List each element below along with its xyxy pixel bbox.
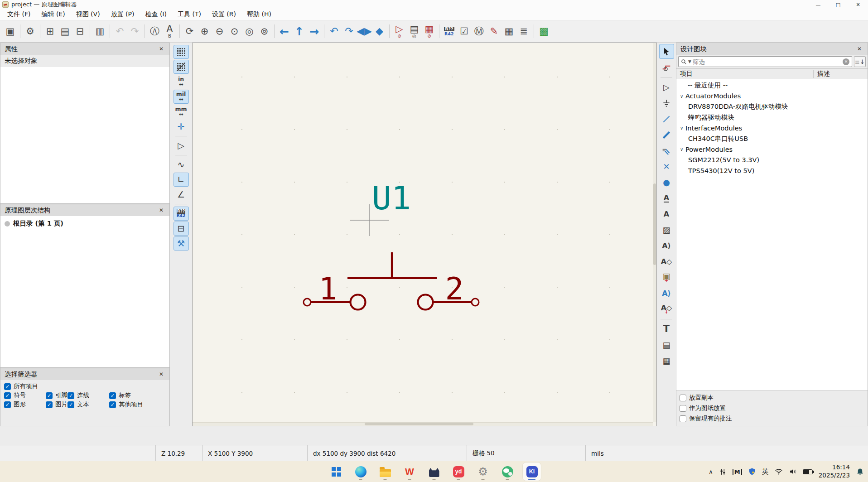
simulator-icon[interactable]: Ⓜ	[472, 24, 487, 39]
menu-item[interactable]: 文件 (F)	[2, 9, 36, 20]
option-checkbox[interactable]: 作为图纸放置	[680, 404, 864, 413]
hierarchy-navigator-icon[interactable]: ⊟	[174, 222, 189, 236]
menu-item[interactable]: 设置 (R)	[207, 9, 241, 20]
tools-panel-icon[interactable]: ⚒	[174, 236, 189, 251]
close-icon[interactable]: ✕	[855, 46, 863, 52]
wifi-icon[interactable]	[775, 468, 783, 475]
nav-up-icon[interactable]: ↑	[292, 24, 307, 39]
filter-checkbox[interactable]: ✓ 文本	[68, 400, 109, 409]
add-text-icon[interactable]: T	[659, 322, 674, 337]
hierarchy-root-item[interactable]: 根目录 (第 1 页)	[0, 216, 169, 231]
undo-icon[interactable]: ↶	[112, 24, 127, 39]
add-bus-entry-icon[interactable]	[659, 143, 674, 158]
hv-wires-icon[interactable]: ∟	[174, 173, 189, 187]
taskbar-wechat-icon[interactable]	[498, 463, 516, 481]
design-block-item[interactable]: DRV8870DDA-双路电机驱动模块	[676, 101, 868, 112]
chevron-down-icon[interactable]: ∨	[676, 147, 685, 152]
mirror-h-icon[interactable]: ◀▶	[357, 24, 372, 39]
filter-input[interactable]	[693, 58, 841, 65]
bom-icon[interactable]: ≣	[516, 24, 531, 39]
refresh-icon[interactable]: ⟳	[182, 24, 197, 39]
taskbar-kicad-icon[interactable]: Ki	[523, 463, 541, 481]
free-angle-wires-icon[interactable]: ∿	[174, 158, 189, 172]
column-header-desc[interactable]: 描述	[813, 70, 868, 78]
add-table-icon[interactable]: ▦	[659, 353, 674, 368]
design-block-item[interactable]: -- 最近使用 --	[676, 80, 868, 91]
mixer-icon[interactable]	[719, 468, 727, 476]
design-block-item[interactable]: SGM2212(5V to 3.3V)	[676, 155, 868, 166]
show-hidden-pins-icon[interactable]: ▷	[174, 139, 189, 153]
filter-searchbox[interactable]: ▼ ✕	[678, 56, 852, 67]
zoom-fit-icon[interactable]: ⊙	[227, 24, 242, 39]
sync-sheet-pins-icon[interactable]: A◇↓	[659, 302, 674, 317]
input-method-indicator[interactable]: 英	[762, 468, 769, 476]
design-block-item[interactable]: ∨ ActuatorModules	[676, 91, 868, 102]
design-block-item[interactable]: TPS5430(12V to 5V)	[676, 165, 868, 176]
add-net-label-icon[interactable]: A	[659, 191, 674, 206]
find-replace-icon[interactable]: A B	[162, 24, 177, 39]
design-block-item[interactable]: 蜂鸣器驱动模块	[676, 112, 868, 123]
menu-item[interactable]: 视图 (V)	[71, 9, 106, 20]
mirror-v-icon[interactable]: ◆	[372, 24, 387, 39]
menu-item[interactable]: 编辑 (E)	[36, 9, 70, 20]
crosshair-cursor-icon[interactable]: ✛	[174, 120, 189, 134]
close-icon[interactable]: ✕	[157, 371, 165, 377]
vertical-scrollbar[interactable]	[653, 43, 656, 422]
print-icon[interactable]: ▤	[58, 24, 72, 39]
zoom-out-icon[interactable]: ⊖	[212, 24, 227, 39]
design-block-item[interactable]: ∨ InterfaceModules	[676, 123, 868, 134]
close-button[interactable]: ✕	[848, 0, 868, 9]
column-header-item[interactable]: 项目	[676, 70, 813, 78]
add-rule-area-icon[interactable]: ▨	[659, 222, 674, 237]
filter-checkbox[interactable]: ✓ 所有项目	[4, 382, 166, 391]
filter-checkbox[interactable]: ✓ 其他项目	[109, 400, 143, 409]
zoom-in-icon[interactable]: ⊕	[197, 24, 212, 39]
annotate-icon[interactable]: R?? R42	[442, 24, 457, 39]
taskbar-youdao-icon[interactable]: yd	[449, 463, 468, 481]
option-checkbox[interactable]: 保留现有的批注	[680, 414, 864, 423]
pcb-editor-icon[interactable]: ▩	[536, 24, 551, 39]
filter-checkbox[interactable]: ✓ 图片	[46, 400, 68, 409]
security-shield-icon[interactable]	[748, 468, 756, 476]
close-icon[interactable]: ✕	[157, 207, 165, 213]
nav-forward-icon[interactable]: →	[307, 24, 322, 39]
tray-clock[interactable]: 16:14 2025/2/23	[819, 463, 850, 479]
filter-checkbox[interactable]: ✓ 引脚	[46, 391, 68, 400]
taskbar-wps-icon[interactable]: W	[400, 463, 419, 481]
scrollbar-thumb[interactable]	[653, 183, 656, 265]
import-sheet-pin-icon[interactable]: A⟩	[659, 286, 674, 301]
add-wire-icon[interactable]	[659, 111, 674, 126]
grid-visibility-icon[interactable]	[174, 45, 189, 59]
select-tool-icon[interactable]	[659, 44, 674, 59]
symbol-editor-icon[interactable]: ▷ ⊘	[392, 24, 407, 39]
add-junction-icon[interactable]: ●	[659, 175, 674, 190]
filter-checkbox[interactable]: ✓ 连线	[68, 391, 109, 400]
add-textbox-icon[interactable]: ▤	[659, 337, 674, 352]
tray-m-app-icon[interactable]: M	[733, 469, 742, 475]
menu-item[interactable]: 工具 (T)	[172, 9, 207, 20]
minimize-button[interactable]: —	[808, 0, 828, 9]
reference-designator[interactable]: U1	[372, 179, 411, 217]
add-power-icon[interactable]	[659, 96, 674, 111]
chevron-down-icon[interactable]: ∨	[676, 125, 685, 130]
add-no-connect-icon[interactable]: ✕	[659, 159, 674, 174]
design-block-item[interactable]: ∨ PowerModules	[676, 144, 868, 155]
close-icon[interactable]: ✕	[157, 46, 165, 52]
start-button[interactable]	[327, 463, 345, 481]
net-highlight-icon[interactable]: ✎	[487, 24, 502, 39]
paste-icon[interactable]: ▥	[92, 24, 107, 39]
filter-checkbox[interactable]: ✓ 符号	[4, 391, 46, 400]
horizontal-scrollbar[interactable]	[193, 422, 653, 426]
add-hier-label-icon[interactable]: A◇	[659, 254, 674, 269]
zoom-selection-icon[interactable]: ⊚	[257, 24, 272, 39]
clear-search-icon[interactable]: ✕	[843, 58, 849, 65]
maximize-button[interactable]: □	[828, 0, 848, 9]
tray-expand-icon[interactable]: ∧	[709, 468, 713, 475]
units-inches-button[interactable]: in↔	[174, 75, 189, 89]
assign-footprints-icon[interactable]: ▦ ⊘	[422, 24, 437, 39]
table-icon[interactable]: ▦	[502, 24, 516, 39]
add-global-label-icon[interactable]: A⟩	[659, 238, 674, 253]
add-netclass-directive-icon[interactable]: A	[659, 207, 674, 222]
find-icon[interactable]: Ⓐ	[147, 24, 162, 39]
highlight-net-icon[interactable]	[659, 60, 674, 75]
